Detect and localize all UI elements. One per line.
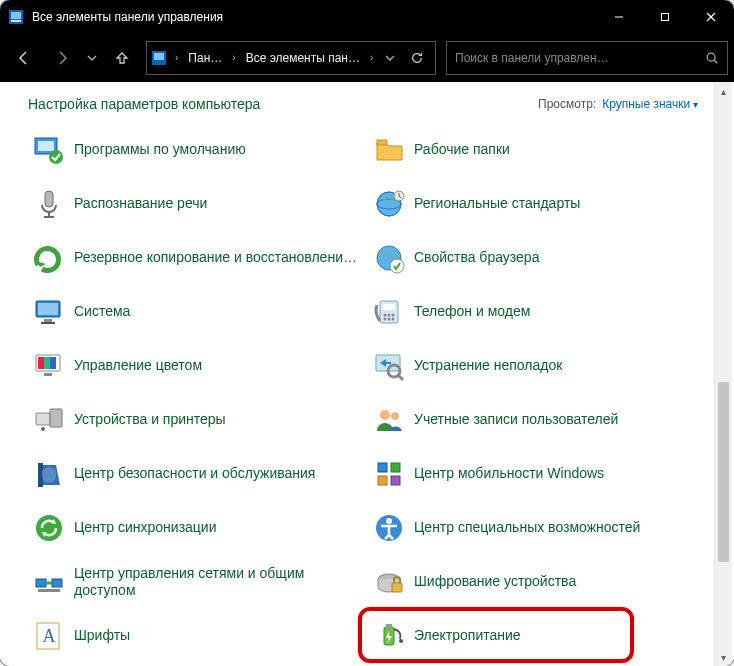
color-icon [30, 347, 68, 385]
svg-rect-27 [44, 319, 52, 322]
search-input[interactable] [455, 51, 705, 65]
control-panel-item[interactable]: Устранение неполадок [368, 342, 704, 390]
control-panel-item[interactable]: Устройства и принтеры [28, 396, 364, 444]
control-panel-item[interactable]: Рабочие папки [368, 126, 704, 174]
search-box[interactable] [446, 41, 728, 75]
control-panel-item[interactable]: Резервное копирование и восстановлени… [28, 234, 364, 282]
phone-icon [370, 293, 408, 331]
item-label: Центр управления сетями и общим доступом [74, 565, 362, 600]
svg-line-10 [714, 60, 717, 63]
bitlocker-icon [370, 563, 408, 601]
svg-point-55 [36, 515, 62, 541]
scroll-down-icon[interactable]: ▾ [715, 648, 732, 666]
control-panel-item[interactable]: Программы по умолчанию [28, 126, 364, 174]
sync-icon [30, 509, 68, 547]
item-label: Управление цветом [74, 357, 202, 375]
recent-dropdown[interactable] [82, 40, 102, 76]
forward-button[interactable] [44, 40, 80, 76]
item-label: Учетные записи пользователей [414, 411, 618, 429]
internet-icon [370, 239, 408, 277]
scrollbar[interactable]: ▴ ▾ [714, 82, 732, 666]
refresh-button[interactable] [399, 51, 435, 65]
view-mode-dropdown[interactable]: Крупные значки [602, 97, 698, 111]
control-panel-item[interactable]: Центр синхронизации [28, 504, 364, 552]
chevron-icon[interactable]: › [366, 52, 377, 63]
ease-icon [370, 509, 408, 547]
page-title: Настройка параметров компьютера [28, 96, 260, 112]
svg-rect-8 [154, 53, 164, 60]
svg-rect-54 [391, 476, 400, 485]
item-label: Центр специальных возможностей [414, 519, 640, 537]
svg-rect-2 [11, 20, 21, 22]
content-header: Настройка параметров компьютера Просмотр… [28, 96, 730, 112]
region-icon [370, 185, 408, 223]
control-panel-item[interactable]: Центр мобильности Windows [368, 450, 704, 498]
svg-point-48 [380, 410, 390, 420]
maximize-button[interactable] [642, 0, 688, 34]
svg-rect-58 [36, 579, 46, 587]
item-label: Центр мобильности Windows [414, 465, 604, 483]
minimize-button[interactable] [596, 0, 642, 34]
item-label: Электропитание [414, 627, 521, 645]
scroll-thumb[interactable] [718, 382, 729, 562]
control-panel-item[interactable]: Электропитание [368, 612, 704, 660]
chevron-icon[interactable]: › [228, 52, 239, 63]
control-panel-item[interactable]: Шифрование устройства [368, 558, 704, 606]
breadcrumb-seg-1[interactable]: Пан… [182, 42, 228, 74]
control-panel-item[interactable]: Управление цветом [28, 342, 364, 390]
control-panel-item[interactable]: Центр безопасности и обслуживания [28, 450, 364, 498]
system-icon [30, 293, 68, 331]
svg-point-57 [386, 518, 392, 524]
address-bar[interactable]: › Пан… › Все элементы пан… › [146, 41, 436, 75]
item-label: Резервное копирование и восстановлени… [74, 249, 357, 267]
svg-rect-28 [41, 322, 55, 324]
control-panel-window: Все элементы панели управления › Пан… › [0, 0, 734, 666]
item-label: Свойства браузера [414, 249, 539, 267]
speech-icon [30, 185, 68, 223]
svg-point-47 [41, 427, 45, 431]
control-panel-item[interactable]: Центр специальных возможностей [368, 504, 704, 552]
control-panel-item[interactable]: Телефон и модем [368, 288, 704, 336]
devices-icon [30, 401, 68, 439]
back-button[interactable] [6, 40, 42, 76]
item-label: Рабочие папки [414, 141, 510, 159]
control-panel-item[interactable]: Свойства браузера [368, 234, 704, 282]
svg-point-31 [384, 314, 387, 317]
default-programs-icon [30, 131, 68, 169]
svg-rect-61 [38, 589, 60, 592]
svg-rect-67 [386, 624, 392, 628]
item-label: Шрифты [74, 627, 130, 645]
control-panel-item[interactable]: AШрифты [28, 612, 364, 660]
svg-rect-45 [36, 413, 50, 425]
chevron-icon[interactable]: › [171, 52, 182, 63]
item-label: Устранение неполадок [414, 357, 562, 375]
security-icon [30, 455, 68, 493]
svg-point-13 [49, 150, 63, 164]
up-button[interactable] [104, 40, 140, 76]
window-controls [596, 0, 734, 34]
svg-text:A: A [43, 626, 56, 646]
svg-point-36 [392, 318, 395, 321]
close-button[interactable] [688, 0, 734, 34]
folders-icon [370, 131, 408, 169]
control-panel-item[interactable]: Центр управления сетями и общим доступом [28, 558, 364, 606]
mobility-icon [370, 455, 408, 493]
scroll-up-icon[interactable]: ▴ [715, 82, 732, 100]
control-panel-item[interactable]: Система [28, 288, 364, 336]
svg-point-68 [399, 639, 403, 643]
svg-rect-30 [383, 304, 395, 310]
control-panel-item[interactable]: Учетные записи пользователей [368, 396, 704, 444]
svg-rect-26 [38, 303, 58, 315]
search-icon[interactable] [705, 51, 719, 65]
control-panel-item[interactable]: Региональные стандарты [368, 180, 704, 228]
breadcrumb-seg-2[interactable]: Все элементы пан… [240, 42, 366, 74]
item-label: Шифрование устройства [414, 573, 576, 591]
svg-point-34 [384, 318, 387, 321]
control-panel-item[interactable]: Распознавание речи [28, 180, 364, 228]
svg-rect-41 [44, 373, 52, 376]
item-label: Программы по умолчанию [74, 141, 246, 159]
svg-rect-59 [52, 579, 62, 587]
address-dropdown[interactable] [381, 53, 399, 63]
window-title: Все элементы панели управления [32, 10, 223, 24]
users-icon [370, 401, 408, 439]
